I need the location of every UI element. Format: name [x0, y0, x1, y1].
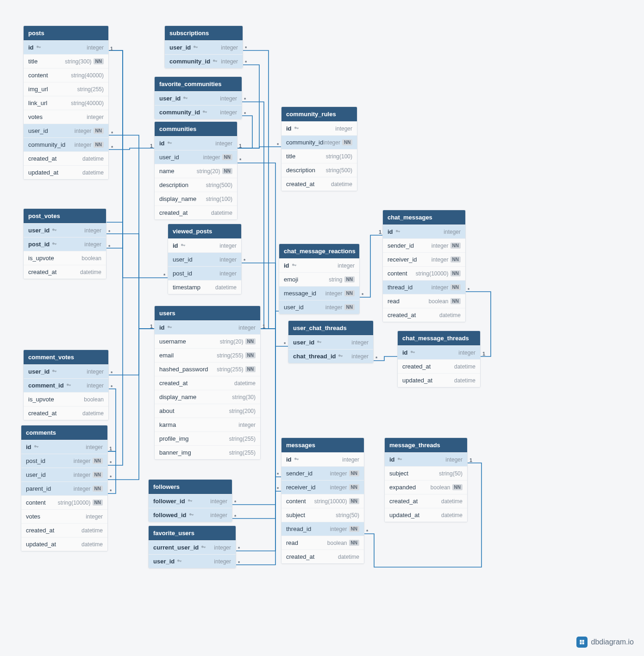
- table-row[interactable]: idinteger: [21, 440, 107, 454]
- table-row[interactable]: created_atdatetime: [155, 376, 260, 390]
- table-row[interactable]: descriptionstring(500): [155, 178, 237, 192]
- table-header[interactable]: comment_votes: [24, 350, 108, 364]
- table-row[interactable]: idinteger: [168, 238, 241, 252]
- table-row[interactable]: idinteger: [155, 136, 237, 150]
- table-row[interactable]: user_idinteger: [24, 364, 108, 378]
- table-row[interactable]: contentstring(10000)NN: [21, 495, 107, 509]
- table-row[interactable]: readbooleanNN: [383, 294, 465, 308]
- table-row[interactable]: thread_idintegerNN: [383, 280, 465, 294]
- table-community_rules[interactable]: community_rulesidintegercommunity_idinte…: [281, 106, 357, 191]
- table-row[interactable]: img_urlstring(255): [24, 82, 108, 96]
- table-header[interactable]: posts: [24, 26, 108, 40]
- table-row[interactable]: emailstring(255)NN: [155, 348, 260, 362]
- table-chat_message_threads[interactable]: chat_message_threadsidintegercreated_atd…: [397, 331, 481, 387]
- table-row[interactable]: aboutstring(200): [155, 404, 260, 418]
- table-row[interactable]: created_atdatetime: [281, 177, 357, 191]
- table-row[interactable]: titlestring(100): [281, 149, 357, 163]
- table-viewed_posts[interactable]: viewed_postsidintegeruser_idintegerpost_…: [168, 224, 242, 294]
- table-post_votes[interactable]: post_votesuser_idintegerpost_idintegeris…: [23, 208, 106, 279]
- table-row[interactable]: idinteger: [385, 452, 467, 466]
- table-row[interactable]: is_upvoteboolean: [24, 392, 108, 406]
- table-row[interactable]: sender_idintegerNN: [281, 466, 364, 480]
- table-row[interactable]: updated_atdatetime: [385, 508, 467, 522]
- table-comments[interactable]: commentsidintegerpost_idintegerNNuser_id…: [21, 425, 108, 551]
- table-row[interactable]: user_idintegerNN: [21, 468, 107, 481]
- table-header[interactable]: chat_message_reactions: [279, 244, 359, 258]
- table-header[interactable]: communities: [155, 122, 237, 136]
- table-row[interactable]: is_upvoteboolean: [24, 251, 106, 265]
- table-row[interactable]: display_namestring(30): [155, 390, 260, 404]
- table-subscriptions[interactable]: subscriptionsuser_idintegercommunity_idi…: [164, 25, 243, 69]
- table-row[interactable]: user_idintegerNN: [279, 300, 359, 314]
- table-row[interactable]: community_idinteger: [155, 105, 242, 119]
- table-row[interactable]: created_atdatetime: [24, 265, 106, 279]
- table-row[interactable]: subjectstring(50): [385, 466, 467, 480]
- table-row[interactable]: current_user_idinteger: [149, 540, 236, 554]
- table-comment_votes[interactable]: comment_votesuser_idintegercomment_idint…: [23, 350, 109, 420]
- table-followers[interactable]: followersfollower_idintegerfollowed_idin…: [148, 479, 232, 522]
- table-row[interactable]: readbooleanNN: [281, 536, 364, 550]
- table-row[interactable]: created_atdatetime: [24, 151, 108, 165]
- table-row[interactable]: thread_idintegerNN: [281, 522, 364, 536]
- table-header[interactable]: user_chat_threads: [288, 321, 373, 335]
- table-row[interactable]: idinteger: [24, 40, 108, 54]
- table-row[interactable]: community_idinteger: [165, 54, 243, 68]
- table-row[interactable]: contentstring(40000): [24, 68, 108, 82]
- table-row[interactable]: idinteger: [281, 121, 357, 135]
- table-row[interactable]: user_idintegerNN: [155, 150, 237, 164]
- table-row[interactable]: created_atdatetime: [155, 206, 237, 219]
- table-row[interactable]: namestring(20)NN: [155, 164, 237, 178]
- table-header[interactable]: subscriptions: [165, 26, 243, 40]
- table-row[interactable]: idinteger: [281, 452, 364, 466]
- table-row[interactable]: sender_idintegerNN: [383, 238, 465, 252]
- table-header[interactable]: comments: [21, 425, 107, 440]
- table-row[interactable]: message_idintegerNN: [279, 286, 359, 300]
- table-header[interactable]: favorite_users: [149, 526, 236, 540]
- table-posts[interactable]: postsidintegertitlestring(300)NNcontents…: [23, 25, 109, 180]
- table-header[interactable]: chat_messages: [383, 210, 465, 225]
- table-user_chat_threads[interactable]: user_chat_threadsuser_idintegerchat_thre…: [288, 320, 374, 363]
- table-row[interactable]: user_idinteger: [155, 91, 242, 105]
- table-message_threads[interactable]: message_threadsidintegersubjectstring(50…: [384, 437, 468, 522]
- table-row[interactable]: usernamestring(20)NN: [155, 334, 260, 348]
- table-row[interactable]: timestampdatetime: [168, 280, 241, 294]
- table-row[interactable]: updated_atdatetime: [398, 373, 480, 387]
- table-row[interactable]: comment_idinteger: [24, 378, 108, 392]
- table-messages[interactable]: messagesidintegersender_idintegerNNrecei…: [281, 437, 364, 564]
- table-row[interactable]: expandedbooleanNN: [385, 480, 467, 494]
- brand-badge[interactable]: dbdiagram.io: [576, 637, 634, 648]
- table-row[interactable]: idinteger: [155, 320, 260, 334]
- table-row[interactable]: community_idintegerNN: [24, 137, 108, 151]
- table-row[interactable]: created_atdatetime: [385, 494, 467, 508]
- table-communities[interactable]: communitiesidintegeruser_idintegerNNname…: [154, 121, 238, 220]
- table-row[interactable]: receiver_idintegerNN: [383, 252, 465, 266]
- table-row[interactable]: followed_idinteger: [149, 508, 232, 522]
- table-row[interactable]: user_idinteger: [168, 252, 241, 266]
- table-row[interactable]: subjectstring(50): [281, 508, 364, 522]
- table-row[interactable]: descriptionstring(500): [281, 163, 357, 177]
- diagram-canvas[interactable]: postsidintegertitlestring(300)NNcontents…: [0, 0, 644, 656]
- table-row[interactable]: user_idinteger: [165, 40, 243, 54]
- table-row[interactable]: contentstring(10000)NN: [383, 266, 465, 280]
- table-favorite_communities[interactable]: favorite_communitiesuser_idintegercommun…: [154, 76, 242, 119]
- table-row[interactable]: hashed_passwordstring(255)NN: [155, 362, 260, 376]
- table-row[interactable]: community_idintegerNN: [281, 135, 357, 149]
- table-row[interactable]: updated_atdatetime: [21, 537, 107, 551]
- table-favorite_users[interactable]: favorite_userscurrent_user_idintegeruser…: [148, 525, 236, 569]
- table-row[interactable]: votesinteger: [24, 110, 108, 124]
- table-row[interactable]: idinteger: [398, 345, 480, 359]
- table-row[interactable]: profile_imgstring(255): [155, 431, 260, 445]
- table-row[interactable]: idinteger: [279, 258, 359, 272]
- table-row[interactable]: emojistringNN: [279, 272, 359, 286]
- table-header[interactable]: favorite_communities: [155, 77, 242, 91]
- table-row[interactable]: user_idinteger: [24, 223, 106, 237]
- table-header[interactable]: messages: [281, 438, 364, 452]
- table-header[interactable]: community_rules: [281, 107, 357, 121]
- table-row[interactable]: user_idintegerNN: [24, 124, 108, 137]
- table-header[interactable]: users: [155, 306, 260, 320]
- table-row[interactable]: parent_idintegerNN: [21, 481, 107, 495]
- table-row[interactable]: karmainteger: [155, 418, 260, 431]
- table-header[interactable]: post_votes: [24, 209, 106, 223]
- table-row[interactable]: created_atdatetime: [24, 406, 108, 420]
- table-row[interactable]: created_atdatetime: [21, 523, 107, 537]
